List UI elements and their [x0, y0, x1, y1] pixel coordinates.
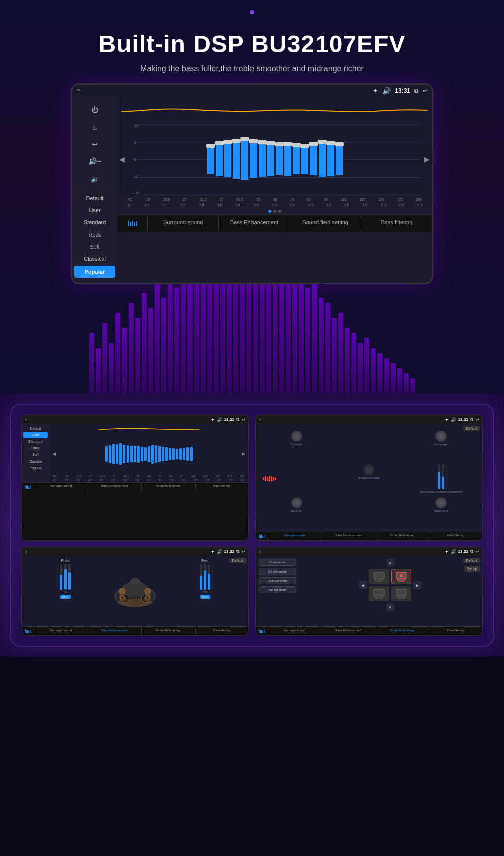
mini-tab-filter-4[interactable]: Bass filtering — [429, 627, 483, 635]
mini-tab-surround-4[interactable]: Surround sound — [268, 627, 322, 635]
mini-tab-filter-2[interactable]: Bass filtering — [429, 532, 483, 540]
tab-surround-sound[interactable]: Surround sound — [148, 215, 219, 232]
menu-soft[interactable]: Soft — [72, 241, 117, 253]
mini-top-icons-2: ✦ 🔊 13:31 ⧉ ↩ — [445, 417, 479, 422]
mini-home-2[interactable]: ⌂ — [259, 417, 261, 422]
mini-back-3[interactable]: ↩ — [241, 549, 245, 554]
mini-menu-rock[interactable]: Rock — [23, 445, 48, 451]
arrow-up-btn[interactable]: ▲ — [386, 559, 394, 567]
surrounding-knob — [363, 464, 374, 475]
mini-tab-bass-4[interactable]: Bass Enhancement — [322, 627, 376, 635]
soundfield-visual: ▲ ◀ — [300, 559, 479, 623]
mini-tab-bass-2[interactable]: Bass Enhancement — [322, 532, 376, 540]
mini-tab-surround-3[interactable]: Surround sound — [34, 627, 88, 635]
dot-2[interactable] — [273, 210, 276, 213]
mode-driver[interactable]: Driver mode — [259, 559, 296, 566]
mini-tab-surround-1[interactable]: Surround sound — [34, 483, 88, 491]
mini-menu-popular[interactable]: Popular — [23, 465, 48, 471]
vol-up-icon[interactable]: 🔊+ — [88, 154, 102, 168]
menu-popular[interactable]: Popular — [74, 266, 115, 278]
nav-down-row: ▼ — [386, 603, 394, 611]
sidebar-top-icons: ⏻ ⌂ ↩ 🔊+ 🔉 — [72, 101, 117, 190]
eq-tab-icon[interactable] — [117, 215, 148, 232]
mini-menu-soft[interactable]: Soft — [23, 451, 48, 458]
dot-3[interactable] — [278, 210, 281, 213]
mini-back-4[interactable]: ↩ — [475, 549, 479, 554]
dot-1[interactable] — [268, 210, 271, 213]
menu-classical[interactable]: Classical — [72, 253, 117, 265]
mini-sidebar-1: Default User Standard Rock Soft Classica… — [22, 424, 49, 482]
menu-default[interactable]: Default — [72, 192, 117, 204]
mini-tab-field-2[interactable]: Sound field setting — [375, 532, 429, 540]
mini-tab-icon-1[interactable] — [22, 483, 34, 491]
mini-tab-field-3[interactable]: Sound field setting — [142, 627, 196, 635]
mini-tab-filter-3[interactable]: Bass filtering — [196, 627, 249, 635]
mode-full[interactable]: Full car mode — [259, 586, 296, 593]
arrow-right-btn[interactable]: ▶ — [413, 581, 421, 589]
panel-surround: ⌂ ✦ 🔊 13:31 ⧉ ↩ Default Front left — [255, 415, 483, 541]
fc-row: FC: 2023.52731.53743.5 5060708095110 125… — [117, 197, 432, 202]
mini-tab-field-1[interactable]: Sound field setting — [142, 483, 196, 491]
mini-tab-icon-2[interactable] — [256, 532, 268, 540]
svg-rect-4 — [136, 221, 137, 226]
home-sidebar-icon[interactable]: ⌂ — [88, 120, 102, 134]
bass-default-btn[interactable]: Default — [229, 558, 246, 563]
power-icon[interactable]: ⏻ — [88, 103, 102, 117]
rear-off-badge[interactable]: OFF — [200, 595, 210, 599]
rear-value-1: 250 — [202, 591, 207, 594]
mini-nav-right-1[interactable]: ▶ — [242, 451, 245, 456]
back-right-label: Back right — [434, 509, 448, 512]
front-off-badge[interactable]: OFF — [60, 595, 71, 599]
mini-tab-filter-1[interactable]: Bass filtering — [196, 483, 249, 491]
seat-front-right[interactable] — [391, 569, 411, 584]
eq-bar-col-6 — [250, 141, 257, 178]
tab-bass-filtering[interactable]: Bass filtering — [361, 215, 432, 232]
device-top-bar: ⌂ ✦ 🔊 13:31 ⧉ ↩ — [72, 85, 432, 97]
mini-menu-user[interactable]: User — [23, 432, 48, 438]
mini-tab-bass-1[interactable]: Bass Enhancement — [88, 483, 142, 491]
mini-top-bar-4: ⌂ ✦ 🔊 13:31 ⧉ ↩ — [256, 547, 482, 556]
menu-user[interactable]: User — [72, 204, 117, 216]
home-icon[interactable]: ⌂ — [76, 87, 80, 95]
seat-rear-right[interactable] — [391, 586, 411, 601]
mini-menu-default[interactable]: Default — [23, 425, 48, 432]
mini-tab-bass-3[interactable]: Bass Enhancement — [88, 627, 142, 635]
mode-rear[interactable]: Rear car mode — [259, 577, 296, 584]
mini-tab-surround-2[interactable]: Surround sound — [268, 532, 322, 540]
mini-back-2[interactable]: ↩ — [475, 417, 479, 422]
vol-down-icon[interactable]: 🔉 — [88, 172, 102, 186]
mode-copilot[interactable]: Co-pilot mode — [259, 568, 296, 575]
mini-home-3[interactable]: ⌂ — [25, 549, 27, 554]
arrow-left-btn[interactable]: ◀ — [359, 581, 367, 589]
front-slider-group: 54 OFF — [60, 564, 71, 599]
mini-vol-4: 🔊 — [451, 549, 456, 554]
surround-default-btn[interactable]: Default — [463, 426, 480, 431]
seat-front-left[interactable] — [369, 569, 389, 584]
front-right: Front right — [407, 431, 475, 460]
mini-bars-1 — [101, 436, 197, 472]
menu-standard[interactable]: Standard — [72, 216, 117, 229]
menu-rock[interactable]: Rock — [72, 229, 117, 241]
eq-nav-right[interactable]: ▶ — [422, 155, 432, 163]
mini-tab-icon-4[interactable] — [256, 627, 268, 635]
mini-tab-icon-3[interactable] — [22, 627, 34, 635]
main-subheadline: Making the bass fuller,the treble smooth… — [140, 64, 364, 73]
mini-home-4[interactable]: ⌂ — [259, 549, 261, 554]
eq-nav-left[interactable]: ◀ — [117, 155, 127, 163]
seat-rear-left[interactable] — [369, 586, 389, 601]
tab-bass-enhancement[interactable]: Bass Enhancement — [219, 215, 290, 232]
main-device: ⌂ ✦ 🔊 13:31 ⧉ ↩ ⏻ ⌂ ↩ 🔊+ — [71, 83, 433, 284]
back-icon[interactable]: ↩ — [423, 87, 428, 94]
mini-nav-left-1[interactable]: ◀ — [52, 451, 56, 456]
eq-bar-col-7 — [259, 142, 266, 177]
back-sidebar-icon[interactable]: ↩ — [88, 137, 102, 151]
front-left-knob — [291, 431, 302, 442]
main-eq-area: ◀ 1260-6-12 — [117, 97, 432, 283]
mini-back-1[interactable]: ↩ — [241, 417, 245, 422]
mini-home-1[interactable]: ⌂ — [25, 417, 27, 422]
arrow-down-btn[interactable]: ▼ — [386, 603, 394, 611]
tab-sound-field[interactable]: Sound field setting — [290, 215, 361, 232]
mini-menu-classical[interactable]: Classical — [23, 458, 48, 465]
mini-tab-field-4[interactable]: Sound field setting — [375, 627, 429, 635]
mini-menu-standard[interactable]: Standard — [23, 438, 48, 445]
